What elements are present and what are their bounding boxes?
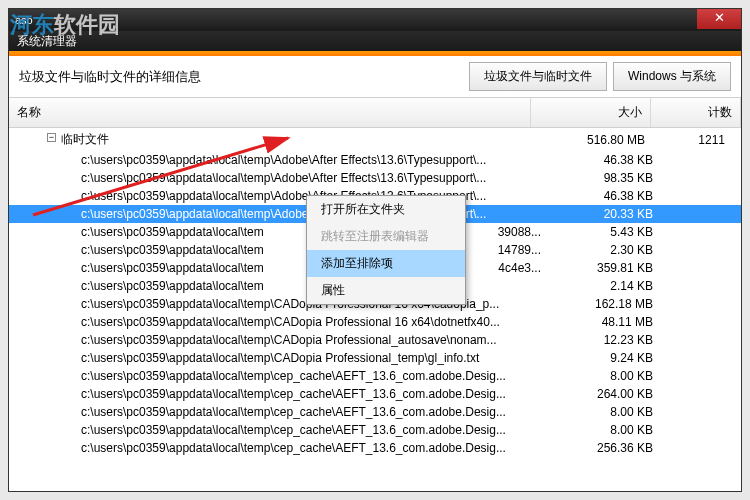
file-path: c:\users\pc0359\appdata\local\temp\cep_c… [81,405,547,419]
header-row: 垃圾文件与临时文件的详细信息 垃圾文件与临时文件 Windows 与系统 [9,56,741,98]
context-menu: 打开所在文件夹 跳转至注册表编辑器 添加至排除项 属性 [306,195,466,305]
titlebar[interactable]: aso ✕ [9,9,741,31]
table-row[interactable]: c:\users\pc0359\appdata\local\temp\Adobe… [9,169,741,187]
file-size: 8.00 KB [547,405,667,419]
file-size: 12.23 KB [547,333,667,347]
table-row[interactable]: c:\users\pc0359\appdata\local\temp\cep_c… [9,421,741,439]
menu-add-exclude[interactable]: 添加至排除项 [307,250,465,277]
junk-files-button[interactable]: 垃圾文件与临时文件 [469,62,607,91]
detail-label: 垃圾文件与临时文件的详细信息 [19,68,463,86]
window-subtitle: 系统清理器 [9,31,741,51]
table-row[interactable]: c:\users\pc0359\appdata\local\temp\CADop… [9,313,741,331]
table-row[interactable]: c:\users\pc0359\appdata\local\temp\CADop… [9,331,741,349]
table-row[interactable]: c:\users\pc0359\appdata\local\temp\cep_c… [9,439,741,457]
col-size[interactable]: 大小 [531,98,651,127]
file-size: 48.11 MB [547,315,667,329]
file-path: c:\users\pc0359\appdata\local\temp\CADop… [81,351,547,365]
file-path: c:\users\pc0359\appdata\local\temp\cep_c… [81,387,547,401]
file-size: 162.18 MB [547,297,667,311]
file-size: 8.00 KB [547,423,667,437]
file-path: c:\users\pc0359\appdata\local\temp\cep_c… [81,441,547,455]
group-count: 1211 [659,133,733,147]
group-size: 516.80 MB [539,133,659,147]
file-path: c:\users\pc0359\appdata\local\temp\cep_c… [81,423,547,437]
close-button[interactable]: ✕ [697,9,741,29]
file-size: 2.30 KB [547,243,667,257]
file-size: 98.35 KB [547,171,667,185]
file-size: 5.43 KB [547,225,667,239]
file-path: c:\users\pc0359\appdata\local\temp\cep_c… [81,369,547,383]
file-path: c:\users\pc0359\appdata\local\temp\CADop… [81,315,547,329]
menu-jump-regedit: 跳转至注册表编辑器 [307,223,465,250]
table-row[interactable]: c:\users\pc0359\appdata\local\temp\CADop… [9,349,741,367]
table-row[interactable]: c:\users\pc0359\appdata\local\temp\cep_c… [9,403,741,421]
file-size: 46.38 KB [547,153,667,167]
file-size: 359.81 KB [547,261,667,275]
app-name: aso [15,14,33,26]
file-size: 2.14 KB [547,279,667,293]
windows-system-button[interactable]: Windows 与系统 [613,62,731,91]
table-row[interactable]: c:\users\pc0359\appdata\local\temp\cep_c… [9,367,741,385]
table-body[interactable]: − 临时文件 516.80 MB 1211 c:\users\pc0359\ap… [9,128,741,500]
col-name[interactable]: 名称 [9,98,531,127]
file-size: 8.00 KB [547,369,667,383]
file-size: 9.24 KB [547,351,667,365]
file-size: 20.33 KB [547,207,667,221]
col-count[interactable]: 计数 [651,98,741,127]
table-header: 名称 大小 计数 [9,98,741,128]
menu-properties[interactable]: 属性 [307,277,465,304]
tree-collapse-icon[interactable]: − [47,133,56,142]
menu-open-folder[interactable]: 打开所在文件夹 [307,196,465,223]
group-row-tempfiles[interactable]: − 临时文件 516.80 MB 1211 [9,128,741,151]
group-label: 临时文件 [61,131,539,148]
file-size: 46.38 KB [547,189,667,203]
file-path: c:\users\pc0359\appdata\local\temp\Adobe… [81,171,547,185]
table-row[interactable]: c:\users\pc0359\appdata\local\temp\cep_c… [9,385,741,403]
file-path: c:\users\pc0359\appdata\local\temp\Adobe… [81,153,547,167]
table-row[interactable]: c:\users\pc0359\appdata\local\temp\Adobe… [9,151,741,169]
subtitle-text: 系统清理器 [17,33,77,50]
file-size: 256.36 KB [547,441,667,455]
file-size: 264.00 KB [547,387,667,401]
file-path: c:\users\pc0359\appdata\local\temp\CADop… [81,333,547,347]
